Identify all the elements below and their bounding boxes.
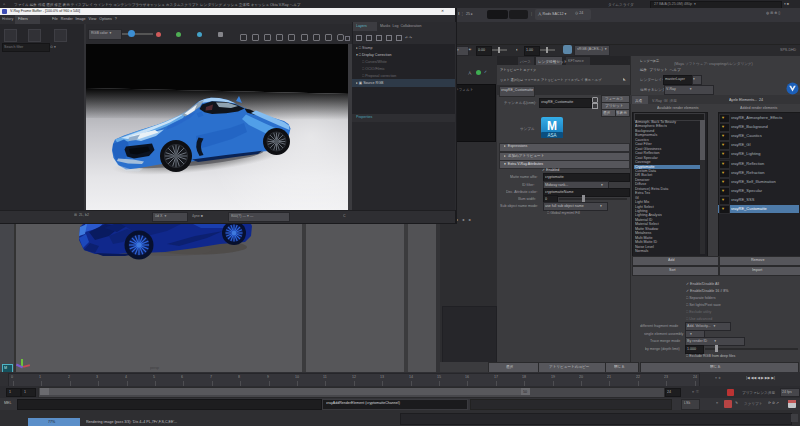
svg-text:ASA: ASA bbox=[547, 133, 556, 138]
svg-text:M: M bbox=[547, 119, 557, 133]
